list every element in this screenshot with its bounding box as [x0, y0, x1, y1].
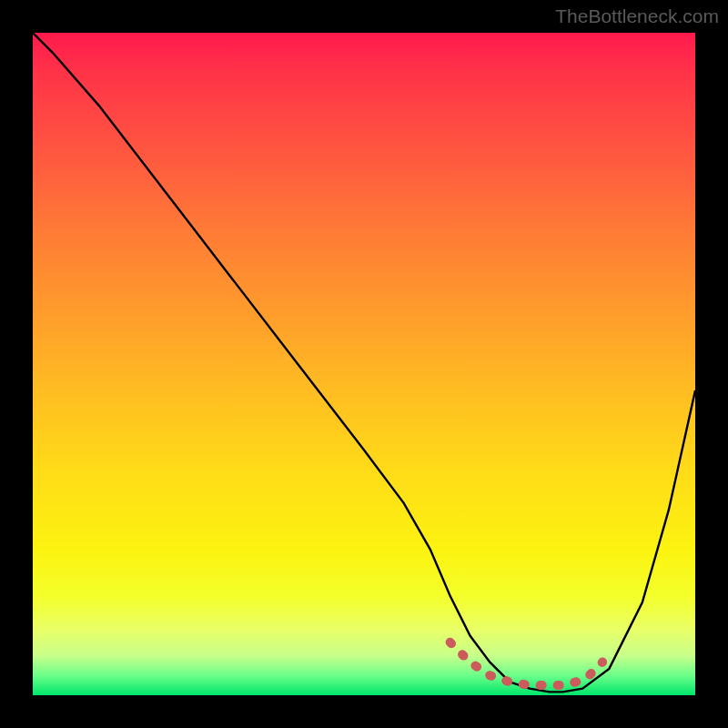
highlight-band [450, 642, 602, 685]
chart-svg [33, 33, 695, 695]
plot-area [33, 33, 695, 695]
watermark-text: TheBottleneck.com [555, 5, 719, 27]
bottleneck-curve [33, 33, 695, 692]
